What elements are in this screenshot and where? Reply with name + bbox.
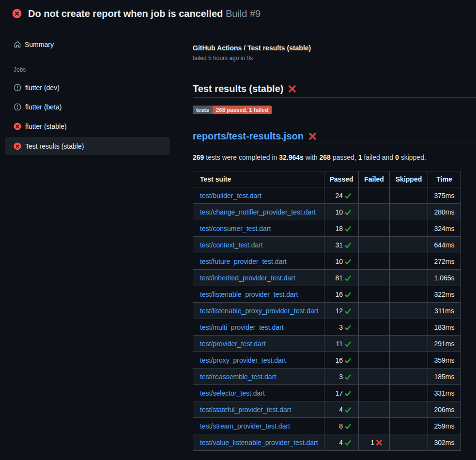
check-icon xyxy=(344,340,352,348)
test-suite-link[interactable]: test/listenable_proxy_provider_test.dart xyxy=(200,307,318,315)
test-suite-link[interactable]: test/selector_test.dart xyxy=(200,389,265,397)
check-icon xyxy=(344,390,352,397)
run-breadcrumb: GitHub Actions / Test results (stable) xyxy=(193,44,476,52)
cell-time: 183ms xyxy=(428,319,461,336)
test-suite-link[interactable]: test/inherited_provider_test.dart xyxy=(200,274,295,282)
sidebar-item-summary[interactable]: Summary xyxy=(5,37,170,52)
check-icon xyxy=(344,192,352,199)
test-suite-row: test/selector_test.dart17331ms xyxy=(193,385,461,401)
test-suite-link[interactable]: test/provider_test.dart xyxy=(200,340,265,348)
test-suite-link[interactable]: test/multi_provider_test.dart xyxy=(200,323,284,331)
cell-skipped xyxy=(390,319,428,336)
test-suite-link[interactable]: test/reassemble_test.dart xyxy=(200,373,276,381)
cell-passed: 16 xyxy=(324,352,359,368)
badge-value: 268 passed, 1 failed xyxy=(213,106,272,114)
build-number: Build #9 xyxy=(226,8,261,19)
test-suite-link[interactable]: test/consumer_test.dart xyxy=(200,225,271,232)
test-suite-link[interactable]: test/stream_provider_test.dart xyxy=(200,422,290,430)
cell-test-suite: test/builder_test.dart xyxy=(193,187,324,204)
home-icon xyxy=(14,41,21,48)
job-label: Test results (stable) xyxy=(25,142,84,150)
test-suite-row: test/consumer_test.dart18324ms xyxy=(193,220,461,237)
cell-test-suite: test/consumer_test.dart xyxy=(193,220,324,237)
cell-test-suite: test/change_notifier_provider_test.dart xyxy=(193,204,324,220)
cell-passed: 12 xyxy=(324,303,359,319)
test-suite-row: test/builder_test.dart24375ms xyxy=(193,187,461,204)
cell-time: 185ms xyxy=(428,368,461,385)
divider xyxy=(193,71,476,71)
cell-time: 331ms xyxy=(428,385,461,401)
cell-failed xyxy=(359,187,390,204)
test-suite-link[interactable]: test/value_listenable_provider_test.dart xyxy=(200,439,318,446)
cell-skipped xyxy=(390,336,428,352)
cell-test-suite: test/selector_test.dart xyxy=(193,385,324,401)
cell-passed: 81 xyxy=(324,270,359,286)
cell-skipped xyxy=(390,418,428,434)
test-suite-link[interactable]: test/stateful_provider_test.dart xyxy=(200,406,291,414)
test-suite-row: test/listenable_provider_test.dart16322m… xyxy=(193,286,461,303)
cell-time: 206ms xyxy=(428,401,461,418)
test-suite-link[interactable]: test/proxy_provider_test.dart xyxy=(200,356,286,364)
cell-passed: 4 xyxy=(324,401,359,418)
test-suite-link[interactable]: test/context_test.dart xyxy=(200,241,263,249)
job-label: flutter (stable) xyxy=(25,123,67,130)
check-icon xyxy=(344,439,352,446)
cell-failed: 1 xyxy=(359,434,390,451)
red-x-mark xyxy=(376,439,383,446)
build-title: Do not create report when job is cancell… xyxy=(28,8,223,19)
cell-skipped xyxy=(390,237,428,253)
cancelled-stop-icon xyxy=(14,103,21,111)
section-heading: Test results (stable) xyxy=(193,83,476,98)
cell-skipped xyxy=(390,286,428,303)
cell-test-suite: test/context_test.dart xyxy=(193,237,324,253)
cell-skipped xyxy=(390,253,428,270)
test-suite-link[interactable]: test/future_provider_test.dart xyxy=(200,258,287,265)
report-link[interactable]: reports/test-results.json xyxy=(193,131,304,141)
cell-failed xyxy=(359,270,390,286)
cell-skipped xyxy=(390,368,428,385)
test-suite-row: test/stream_provider_test.dart8259ms xyxy=(193,418,461,434)
cell-skipped xyxy=(390,187,428,204)
cell-failed xyxy=(359,286,390,303)
sidebar-job-flutter-beta-[interactable]: flutter (beta) xyxy=(5,97,170,117)
cell-time: 291ms xyxy=(428,336,461,352)
cell-test-suite: test/provider_test.dart xyxy=(193,336,324,352)
cell-failed xyxy=(359,220,390,237)
jobs-list: flutter (dev)flutter (beta)flutter (stab… xyxy=(5,78,170,155)
test-suite-link[interactable]: test/listenable_provider_test.dart xyxy=(200,291,298,298)
badge-label: tests xyxy=(193,106,213,114)
test-suite-row: test/provider_test.dart11291ms xyxy=(193,336,461,352)
test-suite-link[interactable]: test/builder_test.dart xyxy=(200,192,261,199)
cell-skipped xyxy=(390,270,428,286)
run-meta: failed 5 hours ago in 0s xyxy=(193,54,476,62)
cell-time: 311ms xyxy=(428,303,461,319)
check-icon xyxy=(344,291,352,298)
check-icon xyxy=(344,242,352,249)
cell-time: 259ms xyxy=(428,418,461,434)
col-skipped: Skipped xyxy=(390,171,428,187)
cell-failed xyxy=(359,385,390,401)
cell-time: 1.065s xyxy=(428,270,461,286)
jobs-section-label: Jobs xyxy=(14,66,170,73)
cell-time: 322ms xyxy=(428,286,461,303)
cancelled-stop-icon xyxy=(14,84,21,92)
test-suite-link[interactable]: test/change_notifier_provider_test.dart xyxy=(200,208,316,216)
red-x-mark xyxy=(288,85,296,93)
cell-test-suite: test/stream_provider_test.dart xyxy=(193,418,324,434)
test-suite-row: test/listenable_proxy_provider_test.dart… xyxy=(193,303,461,319)
cell-failed xyxy=(359,336,390,352)
main-content: GitHub Actions / Test results (stable) f… xyxy=(193,19,476,451)
check-icon xyxy=(344,209,352,216)
cell-failed xyxy=(359,253,390,270)
sidebar-job-flutter-dev-[interactable]: flutter (dev) xyxy=(5,78,170,97)
sidebar-job-flutter-stable-[interactable]: flutter (stable) xyxy=(5,117,170,136)
check-icon xyxy=(344,423,352,430)
cell-passed: 3 xyxy=(324,368,359,385)
test-suite-row: test/inherited_provider_test.dart811.065… xyxy=(193,270,461,286)
cell-time: 272ms xyxy=(428,253,461,270)
x-circle-icon xyxy=(14,123,21,130)
cell-passed: 31 xyxy=(324,237,359,253)
cell-passed: 11 xyxy=(324,336,359,352)
cell-test-suite: test/reassemble_test.dart xyxy=(193,368,324,385)
sidebar-job-test-results-stable-[interactable]: Test results (stable) xyxy=(5,137,170,155)
